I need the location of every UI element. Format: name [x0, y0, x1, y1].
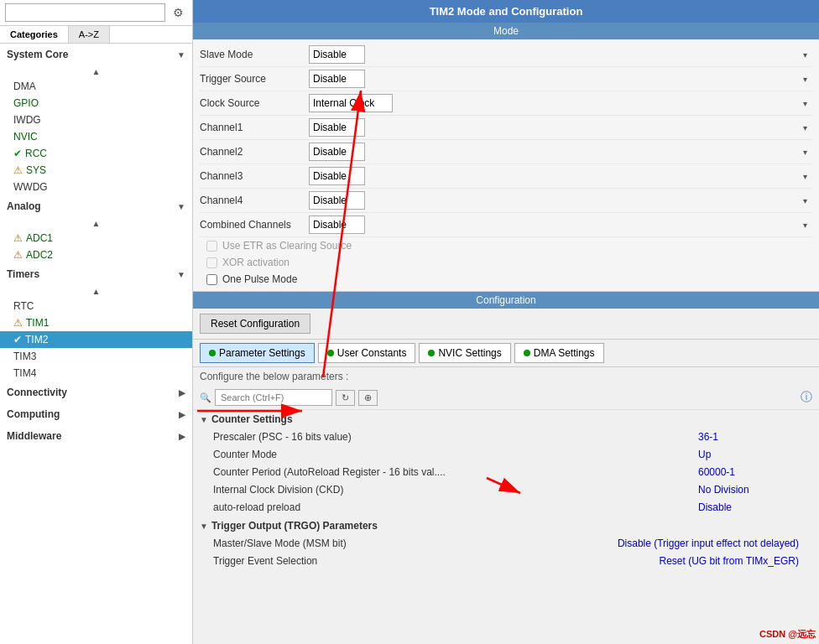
sidebar-item-sys[interactable]: ⚠ SYS — [0, 162, 192, 179]
msm-row: Master/Slave Mode (MSM bit) Disable (Tri… — [200, 535, 812, 553]
trigger-event-label: Trigger Event Selection — [213, 555, 660, 567]
warn-icon-tim1: ⚠ — [13, 317, 23, 329]
channel4-select[interactable]: Disable — [309, 191, 365, 210]
tab-dma-settings-label: DMA Settings — [534, 347, 595, 359]
section-computing[interactable]: Computing ▶ — [0, 403, 192, 425]
expand-button[interactable]: ⊕ — [358, 390, 378, 406]
chevron-middleware-icon: ▶ — [179, 432, 185, 441]
section-middleware[interactable]: Middleware ▶ — [0, 425, 192, 447]
sidebar: ⚙ Categories A->Z System Core ▼ ▲ DMA GP… — [0, 0, 193, 644]
slave-mode-select-wrapper: Disable — [309, 45, 812, 64]
sidebar-item-dma[interactable]: DMA — [0, 78, 192, 95]
etr-clearing-row: Use ETR as Clearing Source — [200, 237, 812, 254]
config-subtitle: Configure the below parameters : — [193, 367, 819, 386]
sidebar-item-gpio[interactable]: GPIO — [0, 95, 192, 112]
sidebar-item-sys-label: SYS — [26, 164, 46, 176]
info-icon[interactable]: ⓘ — [801, 390, 812, 405]
slave-mode-label: Slave Mode — [200, 49, 309, 60]
config-header: Configuration — [193, 292, 819, 309]
chevron-computing-icon: ▶ — [179, 410, 185, 419]
channel2-select[interactable]: Disable — [309, 143, 365, 161]
section-analog[interactable]: Analog ▼ — [0, 195, 192, 217]
sidebar-item-tim4[interactable]: TIM4 — [0, 365, 192, 382]
sidebar-item-rcc-label: RCC — [25, 148, 47, 159]
sidebar-item-rcc[interactable]: ✔ RCC — [0, 145, 192, 162]
tab-categories[interactable]: Categories — [0, 26, 69, 43]
combined-channels-select[interactable]: Disable — [309, 216, 365, 234]
tab-user-constants[interactable]: User Constants — [318, 343, 416, 363]
tab-atoz[interactable]: A->Z — [69, 26, 110, 43]
config-section: Configuration Reset Configuration Parame… — [193, 292, 819, 644]
refresh-button[interactable]: ↻ — [336, 390, 355, 406]
channel2-select-wrapper: Disable — [309, 143, 812, 161]
channel3-label: Channel3 — [200, 170, 309, 182]
config-toolbar: Reset Configuration — [193, 309, 819, 340]
xor-activation-checkbox[interactable] — [206, 257, 217, 268]
sidebar-content: System Core ▼ ▲ DMA GPIO IWDG NVIC ✔ RCC… — [0, 44, 192, 644]
section-timers[interactable]: Timers ▼ — [0, 263, 192, 285]
sidebar-item-adc1[interactable]: ⚠ ADC1 — [0, 230, 192, 247]
auto-reload-row: auto-reload preload Disable — [200, 499, 812, 517]
counter-settings-group[interactable]: ▼ Counter Settings — [200, 410, 812, 428]
tab-parameter-settings[interactable]: Parameter Settings — [200, 343, 315, 363]
search-icon: 🔍 — [200, 392, 211, 403]
param-search-input[interactable] — [215, 389, 332, 406]
section-connectivity-label: Connectivity — [7, 387, 67, 398]
section-system-core[interactable]: System Core ▼ — [0, 44, 192, 65]
sidebar-item-adc1-label: ADC1 — [26, 232, 53, 244]
section-connectivity[interactable]: Connectivity ▶ — [0, 382, 192, 403]
reset-config-button[interactable]: Reset Configuration — [200, 314, 310, 334]
prescaler-label: Prescaler (PSC - 16 bits value) — [213, 431, 698, 443]
channel1-select[interactable]: Disable — [309, 118, 365, 137]
msm-value: Disable (Trigger input effect not delaye… — [618, 538, 799, 549]
section-system-core-label: System Core — [7, 49, 68, 60]
channel4-select-wrapper: Disable — [309, 191, 812, 210]
sidebar-search-input[interactable] — [5, 3, 165, 22]
sidebar-item-nvic[interactable]: NVIC — [0, 128, 192, 145]
clock-source-select[interactable]: Internal Clock — [309, 94, 393, 112]
warn-icon-adc1: ⚠ — [13, 232, 23, 244]
trgo-group[interactable]: ▼ Trigger Output (TRGO) Parameters — [200, 517, 812, 535]
counter-period-value: 60000-1 — [698, 466, 799, 478]
scroll-up-arrow[interactable]: ▲ — [0, 65, 192, 78]
auto-reload-label: auto-reload preload — [213, 501, 698, 513]
counter-period-row: Counter Period (AutoReload Register - 16… — [200, 464, 812, 481]
mode-header: Mode — [193, 23, 819, 39]
trigger-source-select-wrapper: Disable — [309, 70, 812, 88]
sidebar-item-adc2[interactable]: ⚠ ADC2 — [0, 247, 192, 263]
tab-dot-param — [209, 350, 216, 356]
auto-reload-value: Disable — [698, 501, 799, 513]
channel4-row: Channel4 Disable — [200, 189, 812, 213]
tab-nvic-settings-label: NVIC Settings — [438, 347, 501, 359]
sidebar-item-wwdg[interactable]: WWDG — [0, 179, 192, 195]
slave-mode-row: Slave Mode Disable — [200, 43, 812, 67]
counter-period-label: Counter Period (AutoReload Register - 16… — [213, 466, 698, 478]
clock-source-label: Clock Source — [200, 97, 309, 109]
trigger-source-select[interactable]: Disable — [309, 70, 365, 88]
slave-mode-select[interactable]: Disable — [309, 45, 365, 64]
xor-activation-label: XOR activation — [222, 257, 290, 268]
channel3-select[interactable]: Disable — [309, 167, 365, 185]
main-wrapper: TIM2 Mode and Configuration Mode Slave M… — [193, 0, 819, 644]
search-toolbar: 🔍 ↻ ⊕ ⓘ — [193, 386, 819, 410]
etr-clearing-checkbox[interactable] — [206, 241, 217, 252]
chevron-timers-icon: ▼ — [177, 270, 185, 279]
sidebar-item-iwdg[interactable]: IWDG — [0, 112, 192, 128]
one-pulse-checkbox[interactable] — [206, 274, 217, 285]
expand-trgo-icon: ▼ — [200, 522, 208, 531]
section-middleware-label: Middleware — [7, 430, 61, 442]
tab-nvic-settings[interactable]: NVIC Settings — [419, 343, 510, 363]
scroll-up-arrow-analog[interactable]: ▲ — [0, 217, 192, 230]
sidebar-item-tim2[interactable]: ✔ TIM2 — [0, 331, 192, 348]
sidebar-item-tim3[interactable]: TIM3 — [0, 348, 192, 365]
combined-channels-label: Combined Channels — [200, 219, 309, 231]
mode-body: Slave Mode Disable Trigger Source Disabl… — [193, 39, 819, 291]
trgo-group-label: Trigger Output (TRGO) Parameters — [211, 520, 378, 532]
sidebar-item-rtc[interactable]: RTC — [0, 298, 192, 314]
xor-activation-row: XOR activation — [200, 254, 812, 271]
counter-mode-value: Up — [698, 449, 799, 460]
tab-dma-settings[interactable]: DMA Settings — [514, 343, 604, 363]
scroll-up-arrow-timers[interactable]: ▲ — [0, 285, 192, 298]
gear-button[interactable]: ⚙ — [169, 3, 187, 22]
sidebar-item-tim1[interactable]: ⚠ TIM1 — [0, 314, 192, 331]
